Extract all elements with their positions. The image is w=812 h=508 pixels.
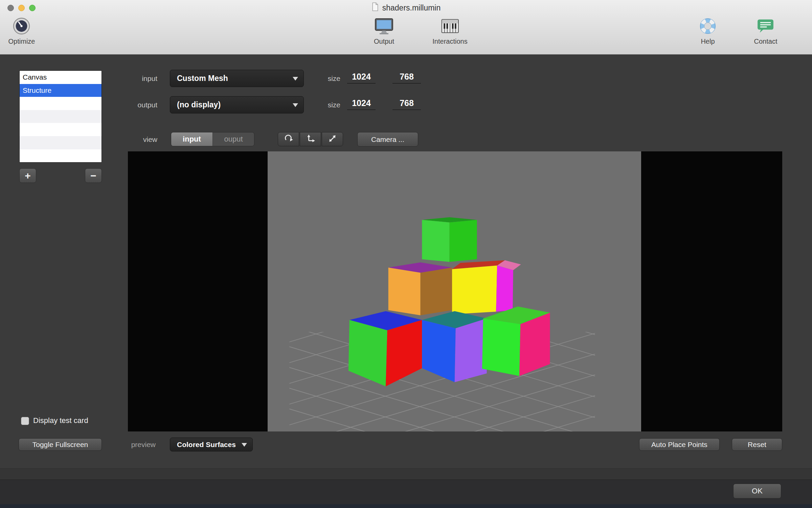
- add-layer-button[interactable]: +: [19, 168, 36, 183]
- surface-mode-value: Colored Surfaces: [177, 441, 236, 449]
- toolbar-contact[interactable]: Contact: [754, 16, 777, 45]
- toolbar-help-label: Help: [701, 38, 715, 45]
- toolbar-contact-label: Contact: [754, 38, 777, 45]
- reset-button[interactable]: Reset: [732, 438, 782, 451]
- document-icon: [371, 2, 379, 13]
- titlebar: shaders.millumin: [0, 0, 812, 16]
- input-label: input: [110, 75, 157, 83]
- input-dropdown[interactable]: Custom Mesh: [170, 70, 304, 87]
- toolbar-interactions[interactable]: Interactions: [432, 16, 467, 45]
- output-label: output: [110, 101, 157, 109]
- preview-label: preview: [108, 441, 156, 449]
- camera-button[interactable]: Camera ...: [357, 132, 418, 147]
- footer-band: [0, 468, 812, 480]
- preview-3d-scene[interactable]: [268, 151, 641, 431]
- preview-letterbox-left: [128, 151, 268, 431]
- rotate-icon: [284, 133, 294, 145]
- display-test-card-checkbox[interactable]: [21, 417, 29, 425]
- display-icon: [374, 16, 394, 36]
- window-chrome: shaders.millumin Optimize: [0, 0, 812, 55]
- output-dropdown[interactable]: (no display): [170, 96, 304, 113]
- list-item-canvas[interactable]: Canvas: [20, 71, 102, 84]
- remove-layer-button[interactable]: −: [85, 168, 102, 183]
- view-label: view: [110, 135, 157, 144]
- keyboard-icon: [440, 16, 460, 36]
- preview-area: [128, 151, 782, 431]
- list-item-empty: [20, 97, 102, 110]
- output-size-label: size: [293, 101, 340, 109]
- toolbar-output-label: Output: [374, 38, 394, 45]
- toolbar-optimize[interactable]: Optimize: [8, 16, 35, 45]
- list-item-empty: [20, 149, 102, 163]
- input-width-field[interactable]: 1024: [347, 72, 376, 84]
- output-width-field[interactable]: 1024: [347, 98, 376, 110]
- diagonal-arrow-icon: [328, 133, 338, 145]
- list-item-empty: [20, 136, 102, 149]
- toolbar-help[interactable]: Help: [698, 16, 718, 45]
- scale-tool-button[interactable]: [322, 132, 343, 146]
- layers-list[interactable]: Canvas Structure: [19, 70, 102, 163]
- segment-output[interactable]: ouput: [213, 132, 254, 146]
- view-segmented-control: input ouput: [171, 132, 254, 146]
- toggle-fullscreen-button[interactable]: Toggle Fullscreen: [19, 438, 102, 451]
- output-dropdown-value: (no display): [177, 100, 221, 109]
- input-height-field[interactable]: 768: [392, 72, 421, 84]
- move-arrows-icon: [306, 133, 316, 145]
- lifebuoy-icon: [698, 16, 718, 36]
- bottom-strip: [0, 504, 812, 508]
- preview-letterbox-right: [641, 151, 782, 431]
- list-item-structure[interactable]: Structure: [20, 84, 102, 97]
- toolbar-output[interactable]: Output: [374, 16, 394, 45]
- segment-input[interactable]: input: [171, 132, 213, 146]
- window-title: shaders.millumin: [382, 3, 441, 13]
- input-size-label: size: [293, 75, 340, 83]
- output-height-field[interactable]: 768: [392, 98, 421, 110]
- translate-tool-button[interactable]: [300, 132, 321, 146]
- toolbar-interactions-label: Interactions: [432, 38, 467, 45]
- transform-tools: [278, 132, 343, 146]
- list-item-empty: [20, 110, 102, 123]
- speech-bubble-icon: [756, 16, 775, 36]
- display-test-card-label: Display test card: [33, 416, 88, 425]
- ok-button[interactable]: OK: [733, 484, 781, 499]
- surface-mode-dropdown[interactable]: Colored Surfaces: [170, 438, 253, 451]
- toolbar-optimize-label: Optimize: [8, 38, 35, 45]
- footer-bar: [0, 480, 812, 508]
- rotate-tool-button[interactable]: [278, 132, 299, 146]
- input-dropdown-value: Custom Mesh: [177, 74, 228, 83]
- list-item-empty: [20, 123, 102, 136]
- gauge-icon: [12, 16, 31, 36]
- auto-place-points-button[interactable]: Auto Place Points: [639, 438, 720, 451]
- millumin-window: shaders.millumin Optimize: [0, 0, 812, 508]
- chevron-down-icon: [242, 443, 247, 447]
